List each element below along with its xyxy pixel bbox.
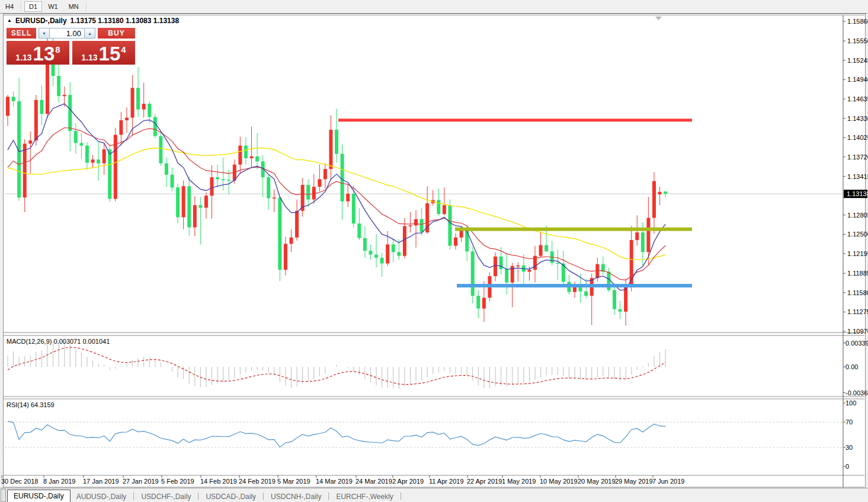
timeframe-w1-button[interactable]: W1	[43, 1, 63, 12]
buy-price-tile[interactable]: 1.13154	[72, 41, 135, 65]
tab-separator	[133, 493, 134, 500]
macd-indicator-label: MACD(12,26,9) 0.003071 0.001041	[7, 338, 110, 345]
toolbar-separator	[86, 2, 87, 11]
volume-increase-button[interactable]: ▲	[84, 28, 95, 39]
sell-price-tile[interactable]: 1.13138	[7, 41, 69, 65]
tab-separator	[198, 493, 198, 500]
tab-separator	[328, 493, 329, 500]
collapse-icon[interactable]: ▲	[7, 18, 12, 23]
timeframe-d1-button[interactable]: D1	[24, 1, 42, 12]
trading-terminal: H4 D1 W1 MN 1.158601.155501.152451.14940…	[0, 0, 868, 502]
timeframe-h4-button[interactable]: H4	[1, 1, 18, 12]
buy-button[interactable]: BUY	[98, 28, 135, 39]
timeframe-toolbar: H4 D1 W1 MN	[0, 0, 868, 14]
chevron-down-icon: ▼	[42, 31, 46, 36]
buy-price-prefix: 1.13	[81, 53, 97, 62]
buy-price-big: 15	[99, 46, 121, 62]
sell-price-prefix: 1.13	[15, 53, 31, 62]
timeframe-mn-button[interactable]: MN	[64, 1, 84, 12]
chart-ohlc-values: 1.13175 1.13180 1.13083 1.13138	[71, 17, 180, 25]
tab-separator	[263, 493, 264, 500]
sell-price-big: 13	[33, 46, 55, 62]
volume-input[interactable]	[50, 28, 84, 39]
tab-usdchf-daily[interactable]: USDCHF-,Daily	[135, 491, 197, 502]
tab-separator	[401, 493, 401, 500]
tab-usdcnh-daily[interactable]: USDCNH-,Daily	[265, 491, 327, 502]
chevron-up-icon: ▲	[88, 31, 92, 36]
tab-eurchf-weekly[interactable]: EURCHF-,Weekly	[330, 491, 399, 502]
toolbar-separator	[21, 2, 22, 11]
rsi-indicator-label: RSI(14) 64.3159	[7, 401, 55, 408]
buy-price-sup: 4	[121, 44, 126, 55]
chart-symbol-label: EURUSD-,Daily	[15, 17, 67, 25]
tab-audusd-daily[interactable]: AUDUSD-,Daily	[71, 491, 133, 502]
chart-window[interactable]	[3, 14, 866, 488]
tab-scroller[interactable]	[1, 489, 6, 502]
chart-title: ▲ EURUSD-,Daily 1.13175 1.13180 1.13083 …	[7, 17, 179, 25]
tab-eurusd-daily[interactable]: EURUSD-,Daily	[7, 490, 71, 502]
one-click-trading-panel: SELL ▼ ▲ BUY 1.13138 1.13154	[7, 28, 135, 65]
volume-decrease-button[interactable]: ▼	[39, 28, 50, 39]
chart-tab-bar: EURUSD-,Daily AUDUSD-,Daily USDCHF-,Dail…	[0, 488, 868, 502]
sell-price-sup: 8	[55, 44, 60, 55]
sell-button[interactable]: SELL	[7, 28, 36, 39]
volume-stepper: ▼ ▲	[39, 28, 95, 39]
tab-usdcad-daily[interactable]: USDCAD-,Daily	[200, 491, 262, 502]
